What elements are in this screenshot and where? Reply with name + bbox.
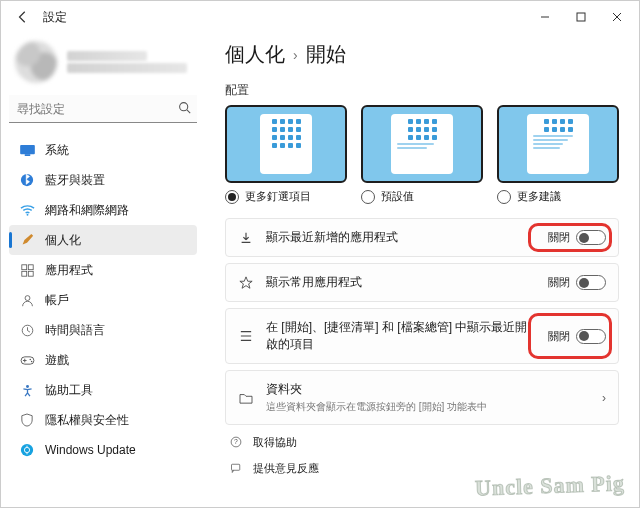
sidebar-item-label: 藍牙與裝置 (45, 172, 105, 189)
feedback-icon (229, 461, 243, 475)
sidebar: 系統藍牙與裝置網路和網際網路個人化應用程式帳戶時間與語言遊戲協助工具隱私權與安全… (1, 33, 205, 507)
toggle-recent-items[interactable] (576, 329, 606, 344)
breadcrumb: 個人化 › 開始 (225, 41, 619, 68)
layout-radio-1[interactable]: 預設值 (361, 189, 483, 204)
sidebar-item-label: 應用程式 (45, 262, 93, 279)
get-help-link[interactable]: ? 取得協助 (229, 431, 619, 453)
nav-list: 系統藍牙與裝置網路和網際網路個人化應用程式帳戶時間與語言遊戲協助工具隱私權與安全… (9, 135, 197, 465)
main-content: 個人化 › 開始 配置 更多釘選項目預設值更多建議 顯示最近新增的應用程式關閉顯… (205, 33, 639, 507)
user-block[interactable] (9, 37, 197, 93)
sidebar-item-account[interactable]: 帳戶 (9, 285, 197, 315)
privacy-icon (19, 412, 35, 428)
layout-option-more-pins[interactable] (225, 105, 347, 183)
back-button[interactable] (11, 5, 35, 29)
avatar (15, 41, 57, 83)
search-icon (178, 101, 191, 117)
setting-title: 顯示常用應用程式 (266, 274, 536, 291)
sidebar-item-label: 網路和網際網路 (45, 202, 129, 219)
breadcrumb-parent[interactable]: 個人化 (225, 41, 285, 68)
radio-icon (225, 190, 239, 204)
minimize-icon (540, 12, 550, 22)
sidebar-item-access[interactable]: 協助工具 (9, 375, 197, 405)
svg-rect-7 (28, 264, 33, 269)
time-icon (19, 322, 35, 338)
sidebar-item-label: 系統 (45, 142, 69, 159)
svg-rect-0 (577, 13, 585, 21)
search-box[interactable] (9, 95, 197, 123)
setting-title: 在 [開始]、[捷徑清單] 和 [檔案總管] 中顯示最近開啟的項目 (266, 319, 536, 353)
list-icon (238, 328, 254, 344)
brush-icon (19, 232, 35, 248)
folder-icon (238, 390, 254, 406)
maximize-button[interactable] (563, 3, 599, 31)
get-help-label: 取得協助 (253, 435, 297, 450)
svg-point-1 (180, 103, 188, 111)
layout-option-default[interactable] (361, 105, 483, 183)
toggle-state-label: 關閉 (548, 275, 570, 290)
sidebar-item-time[interactable]: 時間與語言 (9, 315, 197, 345)
sidebar-item-label: 協助工具 (45, 382, 93, 399)
sidebar-item-apps[interactable]: 應用程式 (9, 255, 197, 285)
setting-recent-items: 在 [開始]、[捷徑清單] 和 [檔案總管] 中顯示最近開啟的項目關閉 (225, 308, 619, 364)
sidebar-item-privacy[interactable]: 隱私權與安全性 (9, 405, 197, 435)
gaming-icon (19, 352, 35, 368)
minimize-button[interactable] (527, 3, 563, 31)
sidebar-item-label: 隱私權與安全性 (45, 412, 129, 429)
window-title: 設定 (43, 9, 67, 26)
star-icon (238, 275, 254, 291)
feedback-label: 提供意見反應 (253, 461, 319, 476)
svg-rect-9 (28, 271, 33, 276)
svg-text:?: ? (234, 438, 238, 445)
svg-point-14 (30, 360, 31, 361)
titlebar: 設定 (1, 1, 639, 33)
layout-radio-label: 更多建議 (517, 189, 561, 204)
layout-radios: 更多釘選項目預設值更多建議 (225, 189, 619, 204)
maximize-icon (576, 12, 586, 22)
toggle-state-label: 關閉 (548, 230, 570, 245)
svg-rect-3 (24, 154, 30, 156)
setting-subtitle: 這些資料夾會顯示在電源按鈕旁的 [開始] 功能表中 (266, 400, 584, 414)
svg-rect-6 (21, 264, 26, 269)
arrow-left-icon (16, 10, 30, 24)
sidebar-item-update[interactable]: Windows Update (9, 435, 197, 465)
svg-rect-19 (232, 464, 240, 470)
sidebar-item-label: 時間與語言 (45, 322, 105, 339)
user-name-redacted (67, 51, 147, 61)
wifi-icon (19, 202, 35, 218)
svg-point-5 (26, 214, 28, 216)
setting-folders[interactable]: 資料夾這些資料夾會顯示在電源按鈕旁的 [開始] 功能表中› (225, 370, 619, 425)
sidebar-item-brush[interactable]: 個人化 (9, 225, 197, 255)
layout-option-more-recs[interactable] (497, 105, 619, 183)
sidebar-item-bluetooth[interactable]: 藍牙與裝置 (9, 165, 197, 195)
chevron-right-icon: › (293, 47, 298, 63)
toggle-most-used[interactable] (576, 275, 606, 290)
toggle-state-label: 關閉 (548, 329, 570, 344)
bluetooth-icon (19, 172, 35, 188)
sidebar-item-wifi[interactable]: 網路和網際網路 (9, 195, 197, 225)
setting-title: 資料夾 (266, 381, 584, 398)
account-icon (19, 292, 35, 308)
layout-radio-label: 更多釘選項目 (245, 189, 311, 204)
layout-radio-2[interactable]: 更多建議 (497, 189, 619, 204)
sidebar-item-system[interactable]: 系統 (9, 135, 197, 165)
layout-radio-label: 預設值 (381, 189, 414, 204)
radio-icon (497, 190, 511, 204)
sidebar-item-gaming[interactable]: 遊戲 (9, 345, 197, 375)
svg-point-15 (26, 384, 29, 387)
feedback-link[interactable]: 提供意見反應 (229, 457, 619, 479)
close-icon (612, 12, 622, 22)
breadcrumb-current: 開始 (306, 41, 346, 68)
layout-section-label: 配置 (225, 82, 619, 99)
sidebar-item-label: 帳戶 (45, 292, 69, 309)
layout-radio-0[interactable]: 更多釘選項目 (225, 189, 347, 204)
setting-title: 顯示最近新增的應用程式 (266, 229, 536, 246)
setting-recent-apps: 顯示最近新增的應用程式關閉 (225, 218, 619, 257)
close-button[interactable] (599, 3, 635, 31)
chevron-right-icon: › (602, 391, 606, 405)
svg-point-10 (25, 295, 30, 300)
svg-point-13 (29, 358, 30, 359)
svg-rect-8 (21, 271, 26, 276)
system-icon (19, 142, 35, 158)
search-input[interactable] (9, 95, 197, 123)
toggle-recent-apps[interactable] (576, 230, 606, 245)
